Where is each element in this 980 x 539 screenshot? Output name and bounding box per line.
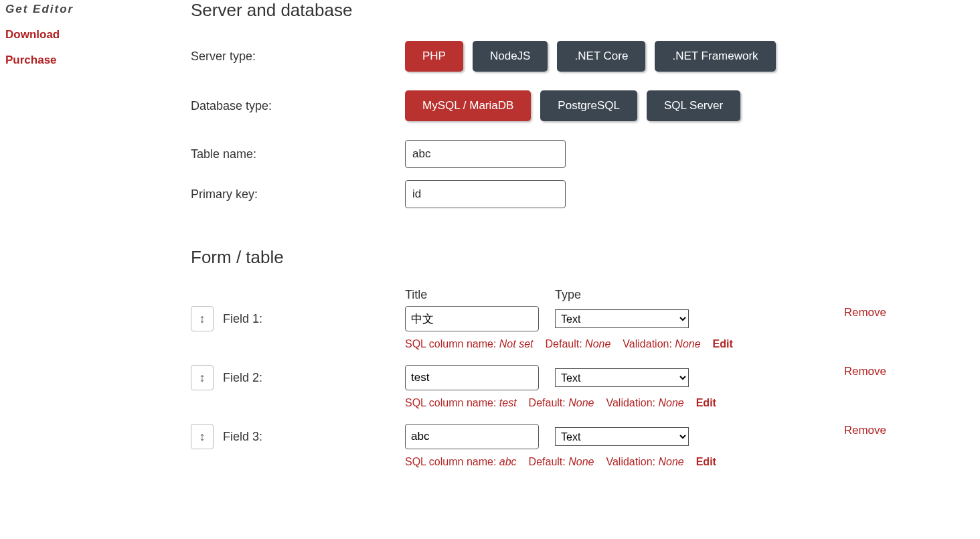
drag-handle-icon[interactable]: ↕ <box>191 424 214 449</box>
field-default: Default: None <box>546 338 611 350</box>
field-sql-col: SQL column name: abc <box>405 456 517 468</box>
sidebar-item-download[interactable]: Download <box>5 28 191 42</box>
main-content: Server and database Server type: PHPNode… <box>191 0 980 539</box>
field-row: ↕Field 1:TextSQL column name: Not setDef… <box>191 306 967 350</box>
field-row: ↕Field 3:TextSQL column name: abcDefault… <box>191 424 967 468</box>
field-default: Default: None <box>529 397 594 409</box>
section-server-database-title: Server and database <box>191 0 967 21</box>
drag-handle-icon[interactable]: ↕ <box>191 365 214 390</box>
primary-key-input[interactable] <box>405 180 566 208</box>
field-edit-link[interactable]: Edit <box>696 456 716 468</box>
database-type-mysql-mariadb[interactable]: MySQL / MariaDB <box>405 90 531 121</box>
server-type-nodejs[interactable]: NodeJS <box>473 41 548 72</box>
sidebar-item-purchase[interactable]: Purchase <box>5 54 191 67</box>
database-type-label: Database type: <box>191 99 405 113</box>
sidebar: Get Editor Download Purchase <box>0 0 191 539</box>
remove-field-link[interactable]: Remove <box>844 306 886 319</box>
field-validation: Validation: None <box>606 456 683 468</box>
field-title-input[interactable] <box>405 424 539 449</box>
field-sql-col: SQL column name: test <box>405 397 517 409</box>
server-type-net-core[interactable]: .NET Core <box>557 41 645 72</box>
field-meta: SQL column name: testDefault: NoneValida… <box>405 397 844 409</box>
sidebar-item-get-editor[interactable]: Get Editor <box>5 3 191 16</box>
database-type-group: MySQL / MariaDBPostgreSQLSQL Server <box>405 90 740 121</box>
field-sql-col: SQL column name: Not set <box>405 338 534 350</box>
column-header-type: Type <box>555 288 696 302</box>
server-type-net-framework[interactable]: .NET Framework <box>655 41 775 72</box>
field-title-input[interactable] <box>405 365 539 390</box>
field-type-select[interactable]: Text <box>555 368 689 387</box>
field-row: ↕Field 2:TextSQL column name: testDefaul… <box>191 365 967 409</box>
section-form-table-title: Form / table <box>191 247 967 268</box>
field-label: Field 3: <box>223 430 262 444</box>
field-type-select[interactable]: Text <box>555 427 689 446</box>
field-label: Field 1: <box>223 312 262 326</box>
table-name-input[interactable] <box>405 140 566 168</box>
column-header-title: Title <box>405 288 555 302</box>
server-type-group: PHPNodeJS.NET Core.NET Framework <box>405 41 776 72</box>
field-label: Field 2: <box>223 371 262 385</box>
server-type-php[interactable]: PHP <box>405 41 463 72</box>
database-type-postgresql[interactable]: PostgreSQL <box>540 90 637 121</box>
field-type-select[interactable]: Text <box>555 309 689 328</box>
database-type-sql-server[interactable]: SQL Server <box>647 90 740 121</box>
field-default: Default: None <box>529 456 594 468</box>
field-meta: SQL column name: abcDefault: NoneValidat… <box>405 456 844 468</box>
field-validation: Validation: None <box>606 397 683 409</box>
field-validation: Validation: None <box>623 338 700 350</box>
primary-key-label: Primary key: <box>191 187 405 202</box>
remove-field-link[interactable]: Remove <box>844 365 886 378</box>
field-meta: SQL column name: Not setDefault: NoneVal… <box>405 338 844 350</box>
remove-field-link[interactable]: Remove <box>844 424 886 437</box>
field-edit-link[interactable]: Edit <box>713 338 733 350</box>
table-name-label: Table name: <box>191 147 405 161</box>
field-edit-link[interactable]: Edit <box>696 397 716 409</box>
field-title-input[interactable] <box>405 306 539 331</box>
server-type-label: Server type: <box>191 50 405 64</box>
drag-handle-icon[interactable]: ↕ <box>191 306 214 331</box>
